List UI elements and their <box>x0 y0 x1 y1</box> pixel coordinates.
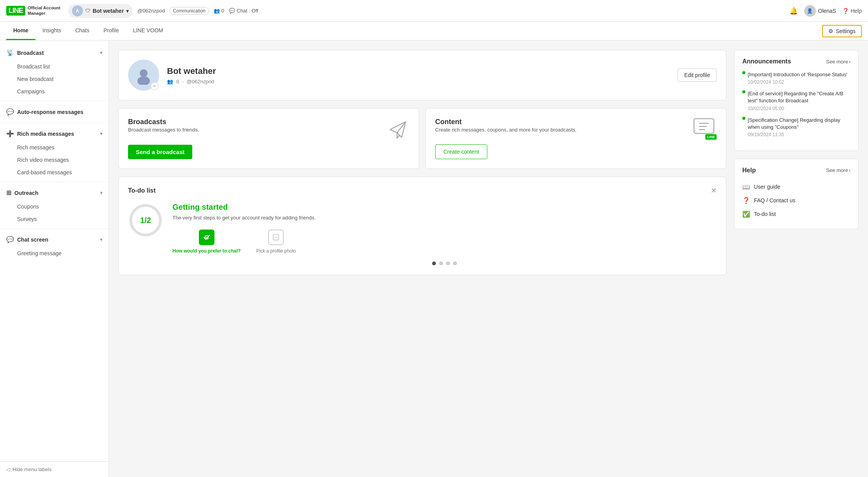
todo-info: Getting started The very first steps to … <box>172 203 717 265</box>
logo-sub-text: Official AccountManager <box>28 5 60 16</box>
todo-close-button[interactable]: ✕ <box>711 186 717 195</box>
sidebar-scroll: 📡 Broadcast ▾ Broadcast list New broadca… <box>0 40 109 281</box>
topbar-right: 🔔 👤 OlenaS ❓ Help <box>789 5 862 17</box>
profile-handle: @062nzpod <box>187 79 214 84</box>
bell-icon[interactable]: 🔔 <box>789 7 798 15</box>
content-card-title: Content <box>435 118 576 126</box>
todo-step-label-2: Pick a profile photo <box>256 248 296 254</box>
todo-progress-text: 1/2 <box>140 216 151 225</box>
user-avatar: 👤 <box>804 5 816 17</box>
nav-item-home[interactable]: Home <box>6 22 35 40</box>
edit-profile-button[interactable]: Edit profile <box>678 68 717 82</box>
todo-dot-4 <box>453 261 457 265</box>
line-badge: LINE <box>705 134 717 140</box>
create-content-button[interactable]: Create content <box>435 144 487 159</box>
announcements-see-more[interactable]: See more › <box>826 59 850 65</box>
sidebar-header-chat-screen[interactable]: 💬 Chat screen ▾ <box>0 232 109 247</box>
chat-screen-chevron-icon: ▾ <box>100 237 102 242</box>
nav-item-profile[interactable]: Profile <box>97 22 126 40</box>
broadcasts-card-title: Broadcasts <box>128 118 199 126</box>
comm-badge: Communication <box>169 7 209 15</box>
broadcasts-card-desc: Broadcast messages to friends. <box>128 126 199 134</box>
user-guide-icon: 📖 <box>742 183 750 191</box>
content-main: ✏ Bot wetaher 👥 0 · @062nzpod Edit profi… <box>118 50 726 468</box>
nav-item-insights[interactable]: Insights <box>35 22 68 40</box>
sidebar-item-new-broadcast[interactable]: New broadcast <box>0 73 109 85</box>
account-handle: @062nzpod <box>137 8 165 14</box>
sidebar-item-campaigns[interactable]: Campaigns <box>0 85 109 98</box>
settings-button[interactable]: ⚙ Settings <box>822 25 862 37</box>
account-avatar: A <box>72 5 83 16</box>
feature-cards: Broadcasts Broadcast messages to friends… <box>118 108 726 169</box>
user-area[interactable]: 👤 OlenaS <box>804 5 836 17</box>
profile-card: ✏ Bot wetaher 👥 0 · @062nzpod Edit profi… <box>118 50 726 100</box>
announcements-chevron-icon: › <box>849 59 850 65</box>
announcements-see-more-text: See more <box>826 59 848 65</box>
nav-item-chats[interactable]: Chats <box>68 22 97 40</box>
sidebar-section-broadcast: 📡 Broadcast ▾ Broadcast list New broadca… <box>0 45 109 98</box>
sidebar-item-coupons[interactable]: Coupons <box>0 200 109 213</box>
todo-step-label-1[interactable]: How would you prefer to chat? <box>172 248 241 254</box>
sidebar-header-outreach[interactable]: ⊞ Outreach ▾ <box>0 185 109 200</box>
hide-labels-button[interactable]: ◁ Hide menu labels <box>0 461 109 477</box>
todo-title: To-do list <box>128 187 156 194</box>
sidebar-header-broadcast[interactable]: 📡 Broadcast ▾ <box>0 45 109 60</box>
help-see-more[interactable]: See more › <box>826 167 850 173</box>
outreach-chevron-icon: ▾ <box>100 190 102 196</box>
broadcast-chevron-icon: ▾ <box>100 50 102 56</box>
rich-media-icon: ➕ <box>6 130 14 137</box>
todo-card: To-do list ✕ 1/2 Getting started Th <box>118 177 726 275</box>
todo-desc: The very first steps to get your account… <box>172 214 717 222</box>
announcement-dot-3 <box>742 117 745 120</box>
announcement-text-3: [Specification Change] Regarding display… <box>748 117 850 131</box>
announcement-text-2: [End of service] Regarding the "Create A… <box>748 90 850 104</box>
announcements-header: Announcements See more › <box>742 58 850 65</box>
announcements-title: Announcements <box>742 58 791 65</box>
svg-point-1 <box>137 76 150 85</box>
sidebar-item-broadcast-list[interactable]: Broadcast list <box>0 60 109 73</box>
sidebar-item-greeting-message[interactable]: Greeting message <box>0 247 109 260</box>
todo-step-check-2 <box>268 230 284 245</box>
todo-dots <box>172 261 717 265</box>
help-item-faq[interactable]: ❓ FAQ / Contact us <box>742 194 850 207</box>
content-card-header: Content Create rich messages, coupons, a… <box>435 118 717 141</box>
help-icon: ❓ <box>842 8 849 14</box>
announcement-item-2: [End of service] Regarding the "Create A… <box>742 90 850 111</box>
sidebar-divider-3 <box>0 182 109 182</box>
auto-response-icon: 💬 <box>6 108 14 116</box>
profile-meta: 👥 0 · @062nzpod <box>167 79 670 84</box>
content-card-desc: Create rich messages, coupons, and more … <box>435 126 576 134</box>
avatar-edit-button[interactable]: ✏ <box>151 82 158 90</box>
chat-screen-icon: 💬 <box>6 236 14 243</box>
sidebar-item-card-based[interactable]: Card-based messages <box>0 166 109 179</box>
todo-check-icon-1 <box>202 233 211 242</box>
help-item-todo[interactable]: ✅ To-do list <box>742 207 850 221</box>
settings-gear-icon: ⚙ <box>828 28 833 34</box>
profile-followers: 0 <box>176 79 179 84</box>
help-item-user-guide[interactable]: 📖 User guide <box>742 180 850 194</box>
todo-getting-started: Getting started <box>172 203 717 212</box>
chat-status-text: Chat : Off <box>237 8 258 14</box>
todo-step-check-1 <box>199 230 214 245</box>
broadcast-icon: 📡 <box>6 49 14 56</box>
profile-info: Bot wetaher 👥 0 · @062nzpod <box>167 66 670 84</box>
sidebar-rich-media-label: Rich media messages <box>17 131 74 137</box>
sidebar-outreach-label: Outreach <box>14 190 38 196</box>
sidebar-auto-response-label: Auto-response messages <box>17 109 83 115</box>
topbar: LINE Official AccountManager A 🛡 Bot wet… <box>0 0 868 22</box>
help-button[interactable]: ❓ Help <box>842 8 862 14</box>
broadcasts-feature-card: Broadcasts Broadcast messages to friends… <box>118 108 419 169</box>
sidebar-item-rich-messages[interactable]: Rich messages <box>0 141 109 154</box>
nav-item-line-voom[interactable]: LINE VOOM <box>126 22 170 40</box>
sidebar-divider-2 <box>0 123 109 123</box>
sidebar-item-rich-video[interactable]: Rich video messages <box>0 154 109 166</box>
sidebar-item-surveys[interactable]: Surveys <box>0 213 109 225</box>
followers-icon: 👥 <box>214 8 220 14</box>
profile-avatar: ✏ <box>128 60 159 91</box>
todo-steps: How would you prefer to chat? <box>172 230 717 254</box>
send-broadcast-button[interactable]: Send a broadcast <box>128 145 192 159</box>
outreach-icon: ⊞ <box>6 189 11 196</box>
sidebar-header-rich-media[interactable]: ➕ Rich media messages ▾ <box>0 126 109 141</box>
sidebar-header-auto-response[interactable]: 💬 Auto-response messages <box>0 104 109 119</box>
account-selector[interactable]: A 🛡 Bot wetaher ▾ <box>68 4 133 18</box>
